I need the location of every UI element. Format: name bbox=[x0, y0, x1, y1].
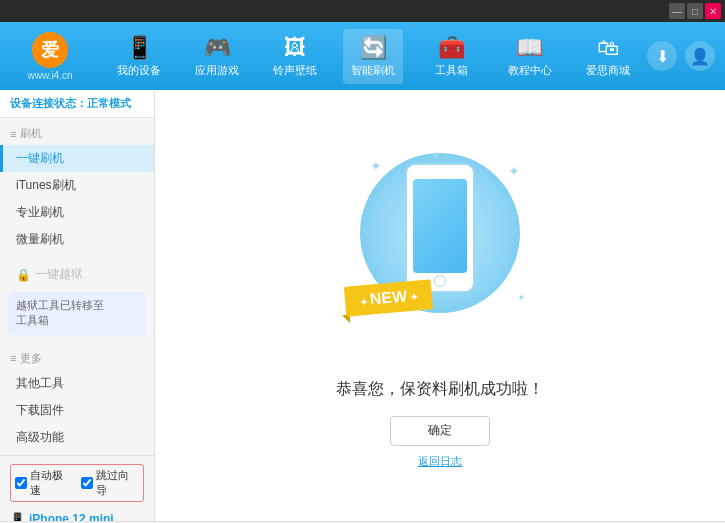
logo-text: www.i4.cn bbox=[27, 70, 72, 81]
auto-send-input[interactable] bbox=[15, 477, 27, 489]
auto-send-label: 自动极速 bbox=[30, 468, 73, 498]
title-bar: — □ ✕ bbox=[0, 0, 725, 22]
logo[interactable]: 爱 www.i4.cn bbox=[10, 32, 90, 81]
sparkle-2: ✦ bbox=[430, 148, 442, 164]
nav-smart-flash-label: 智能刷机 bbox=[351, 63, 395, 78]
lock-icon: 🔒 bbox=[16, 268, 31, 282]
device-info: 📱 iPhone 12 mini 64GB Down-12mini-13,1 bbox=[10, 508, 144, 521]
success-area: ✦ ✦ ✦ ✦ NEW 恭喜您，保资料刷机成功啦！ 确定 返回日志 bbox=[336, 143, 544, 469]
more-group-header: ≡ 更多 bbox=[0, 347, 154, 370]
sparkle-3: ✦ bbox=[508, 163, 520, 179]
back-link[interactable]: 返回日志 bbox=[418, 454, 462, 469]
nav-apps-label: 应用游戏 bbox=[195, 63, 239, 78]
more-group-label: 更多 bbox=[20, 351, 42, 366]
sidebar-item-one-click-flash[interactable]: 一键刷机 bbox=[0, 145, 154, 172]
sidebar-item-pro-flash[interactable]: 专业刷机 bbox=[0, 199, 154, 226]
main-area: 设备连接状态：正常模式 ≡ 刷机 一键刷机 iTunes刷机 专业刷机 微量刷机… bbox=[0, 90, 725, 521]
tutorials-icon: 📖 bbox=[516, 35, 543, 61]
device-name-text: iPhone 12 mini bbox=[29, 512, 114, 521]
phone-illustration: ✦ ✦ ✦ ✦ NEW bbox=[340, 143, 540, 363]
phone-body bbox=[405, 163, 475, 293]
sidebar-group-jailbreak: 🔒 一键越狱 越狱工具已转移至工具箱 bbox=[0, 257, 154, 343]
nav-tutorials[interactable]: 📖 教程中心 bbox=[500, 29, 560, 84]
checkbox-group: 自动极速 跳过向导 bbox=[10, 464, 144, 502]
confirm-button[interactable]: 确定 bbox=[390, 416, 490, 446]
wallpaper-icon: 🖼 bbox=[284, 35, 306, 61]
jailbreak-notice-text: 越狱工具已转移至工具箱 bbox=[16, 299, 104, 326]
flash-group-header: ≡ 刷机 bbox=[0, 122, 154, 145]
header-right: ⬇ 👤 bbox=[647, 41, 715, 71]
content-area: ✦ ✦ ✦ ✦ NEW 恭喜您，保资料刷机成功啦！ 确定 返回日志 bbox=[155, 90, 725, 521]
status-value: 正常模式 bbox=[87, 97, 131, 109]
flash-group-icon: ≡ bbox=[10, 128, 16, 140]
sparkle-1: ✦ bbox=[370, 158, 382, 174]
nav-tutorials-label: 教程中心 bbox=[508, 63, 552, 78]
auto-send-checkbox[interactable]: 自动极速 bbox=[15, 468, 73, 498]
nav-my-device-label: 我的设备 bbox=[117, 63, 161, 78]
nav-wallpaper[interactable]: 🖼 铃声壁纸 bbox=[265, 29, 325, 84]
sidebar: 设备连接状态：正常模式 ≡ 刷机 一键刷机 iTunes刷机 专业刷机 微量刷机… bbox=[0, 90, 155, 521]
sidebar-item-other-tools[interactable]: 其他工具 bbox=[0, 370, 154, 397]
maximize-button[interactable]: □ bbox=[687, 3, 703, 19]
apps-games-icon: 🎮 bbox=[204, 35, 231, 61]
sidebar-item-micro-flash[interactable]: 微量刷机 bbox=[0, 226, 154, 253]
logo-icon: 爱 bbox=[32, 32, 68, 68]
status-label: 设备连接状态： bbox=[10, 97, 87, 109]
nav-bar: 📱 我的设备 🎮 应用游戏 🖼 铃声壁纸 🔄 智能刷机 🧰 工具箱 📖 教程中心… bbox=[100, 29, 647, 84]
nav-wallpaper-label: 铃声壁纸 bbox=[273, 63, 317, 78]
device-section: 自动极速 跳过向导 📱 iPhone 12 mini 64GB Down-12m… bbox=[0, 455, 154, 521]
my-device-icon: 📱 bbox=[126, 35, 153, 61]
header: 爱 www.i4.cn 📱 我的设备 🎮 应用游戏 🖼 铃声壁纸 🔄 智能刷机 … bbox=[0, 22, 725, 90]
phone-home-button bbox=[434, 275, 446, 287]
via-wizard-input[interactable] bbox=[81, 477, 93, 489]
more-group-icon: ≡ bbox=[10, 352, 16, 364]
nav-apps-games[interactable]: 🎮 应用游戏 bbox=[187, 29, 247, 84]
connection-status: 设备连接状态：正常模式 bbox=[0, 90, 154, 118]
download-button[interactable]: ⬇ bbox=[647, 41, 677, 71]
nav-mall-label: 爱思商城 bbox=[586, 63, 630, 78]
smart-flash-icon: 🔄 bbox=[360, 35, 387, 61]
sparkle-4: ✦ bbox=[517, 292, 525, 303]
minimize-button[interactable]: — bbox=[669, 3, 685, 19]
toolbox-icon: 🧰 bbox=[438, 35, 465, 61]
jailbreak-notice: 越狱工具已转移至工具箱 bbox=[8, 292, 146, 335]
jailbreak-label: 一键越狱 bbox=[35, 266, 83, 283]
nav-toolbox-label: 工具箱 bbox=[435, 63, 468, 78]
via-wizard-checkbox[interactable]: 跳过向导 bbox=[81, 468, 139, 498]
nav-mall[interactable]: 🛍 爱思商城 bbox=[578, 29, 638, 84]
nav-smart-flash[interactable]: 🔄 智能刷机 bbox=[343, 29, 403, 84]
phone-screen bbox=[413, 179, 467, 273]
sidebar-item-download-firmware[interactable]: 下载固件 bbox=[0, 397, 154, 424]
jailbreak-group-header: 🔒 一键越狱 bbox=[0, 261, 154, 288]
device-icon: 📱 bbox=[10, 512, 25, 521]
mall-icon: 🛍 bbox=[597, 35, 619, 61]
device-name: 📱 iPhone 12 mini bbox=[10, 512, 144, 521]
sidebar-group-flash: ≡ 刷机 一键刷机 iTunes刷机 专业刷机 微量刷机 bbox=[0, 118, 154, 257]
sidebar-item-advanced[interactable]: 高级功能 bbox=[0, 424, 154, 451]
user-button[interactable]: 👤 bbox=[685, 41, 715, 71]
nav-my-device[interactable]: 📱 我的设备 bbox=[109, 29, 169, 84]
success-message: 恭喜您，保资料刷机成功啦！ bbox=[336, 379, 544, 400]
nav-toolbox[interactable]: 🧰 工具箱 bbox=[422, 29, 482, 84]
flash-group-label: 刷机 bbox=[20, 126, 42, 141]
sidebar-item-itunes-flash[interactable]: iTunes刷机 bbox=[0, 172, 154, 199]
via-wizard-label: 跳过向导 bbox=[96, 468, 139, 498]
sidebar-group-more: ≡ 更多 其他工具 下载固件 高级功能 bbox=[0, 343, 154, 455]
close-button[interactable]: ✕ bbox=[705, 3, 721, 19]
